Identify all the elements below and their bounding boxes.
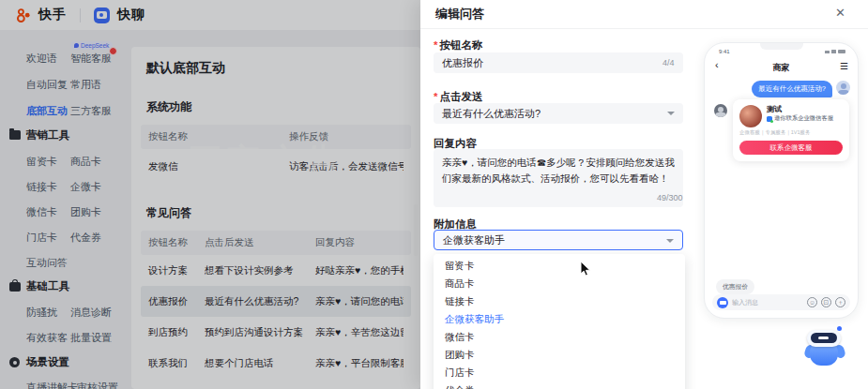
reply-content-textarea[interactable]: 亲亲♥，请问您的电话☎多少呢？安排顾问给您发送我们家最新的风格款式、活动报价，您… [434, 149, 683, 207]
phone-preview: 9:41 ‹ 商家 ☰ 最近有什么优惠活动? [704, 42, 859, 319]
robot-mascot-icon[interactable] [805, 326, 845, 369]
extra-info-dropdown: 留资卡 商品卡 链接卡 企微获客助手 微信卡 团购卡 门店卡 代金券 [434, 254, 685, 389]
dropdown-option[interactable]: 门店卡 [434, 364, 685, 382]
char-counter: 49/300 [657, 193, 683, 202]
keyboard-icon[interactable] [717, 297, 728, 308]
menu-icon[interactable]: ☰ [840, 61, 848, 71]
card-meta: 企微客服｜专属服务｜1V1服务 [739, 129, 843, 136]
dropdown-option[interactable]: 代金券 [434, 382, 685, 389]
dropdown-option[interactable]: 微信卡 [434, 328, 685, 346]
status-time: 9:41 [719, 49, 730, 54]
wecom-icon [767, 116, 772, 122]
user-message: 最近有什么优惠活动? [752, 81, 850, 97]
dropdown-option[interactable]: 团购卡 [434, 346, 685, 364]
user-avatar [836, 81, 850, 95]
wecom-card: 测试 邀你联系企业微信客服 企微客服｜专属服务｜1V1服务 联系企微客服 [733, 99, 849, 161]
card-avatar [739, 105, 762, 127]
button-name-input[interactable] [434, 52, 683, 73]
dropdown-option-selected[interactable]: 企微获客助手 [434, 310, 685, 328]
battery-icon [838, 50, 845, 53]
modal-mask [0, 0, 420, 389]
plus-icon[interactable]: ＋ [835, 297, 845, 307]
card-name: 测试 [767, 105, 833, 114]
chevron-down-icon [666, 239, 674, 243]
drawer-title: 编辑问答 [435, 6, 484, 22]
emoji-icon[interactable]: ☺ [807, 297, 817, 307]
contact-wecom-button[interactable]: 联系企微客服 [739, 141, 843, 155]
chat-bubble: 最近有什么优惠活动? [752, 81, 832, 97]
dropdown-option[interactable]: 链接卡 [434, 292, 685, 310]
chat-inputbar[interactable]: 输入消息 ☺ ⊡ ＋ [712, 294, 850, 310]
click-send-select[interactable]: 最近有什么优惠活动? [434, 103, 683, 124]
phone-statusbar: 9:41 [705, 48, 858, 57]
chat-input-placeholder: 输入消息 [732, 298, 803, 307]
app-root: 快手 快聊 DeepSeek 欢迎语 智能客服 自动回复 常用语 底部互动 三方… [0, 0, 868, 389]
click-send-label: *点击发送 [434, 90, 482, 104]
card-subtitle: 邀你联系企业微信客服 [774, 114, 833, 123]
gallery-icon[interactable]: ⊡ [821, 297, 831, 307]
char-counter: 4/4 [662, 58, 675, 67]
signal-icon [825, 51, 830, 53]
dropdown-option[interactable]: 商品卡 [434, 275, 685, 292]
drawer-header: 编辑问答 [420, 0, 868, 29]
service-avatar [714, 104, 727, 117]
dropdown-option[interactable]: 留资卡 [434, 257, 685, 275]
phone-navbar: ‹ 商家 ☰ [705, 58, 858, 75]
chat-title: 商家 [705, 62, 858, 74]
chevron-down-icon [667, 112, 675, 115]
close-icon[interactable]: ✕ [835, 7, 845, 19]
extra-info-select[interactable]: 企微获客助手 [434, 230, 683, 250]
quick-reply-chip[interactable]: 优惠报价 [716, 279, 754, 294]
button-name-label: *按钮名称 [434, 38, 482, 52]
edit-qa-drawer: 编辑问答 ✕ *按钮名称 4/4 *点击发送 最近有什么优惠活动? 回复内容 亲… [420, 0, 868, 389]
wifi-icon [831, 50, 836, 53]
